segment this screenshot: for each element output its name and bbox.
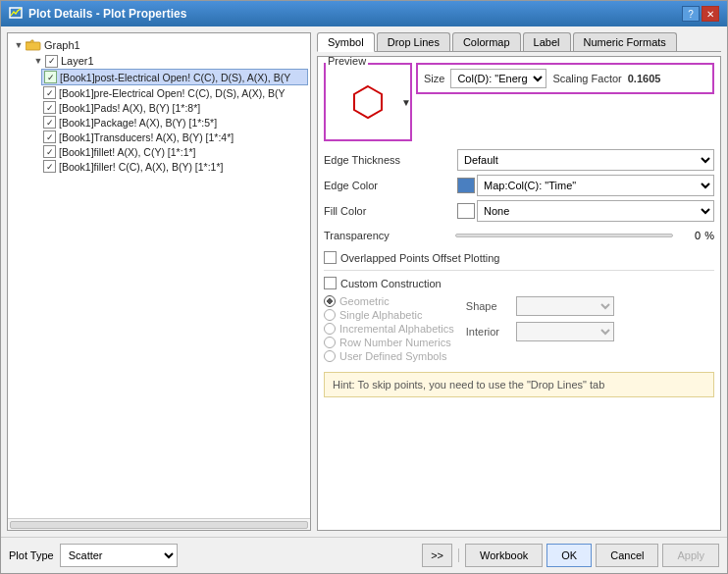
svg-rect-1 bbox=[26, 42, 40, 50]
fill-color-swatch bbox=[457, 203, 475, 219]
tree-layer1[interactable]: ▼ Layer1 bbox=[29, 53, 308, 69]
radio-label-single-alpha: Single Alphabetic bbox=[339, 309, 422, 321]
item0-label: [Book1]post-Electrical Open! C(C), D(S),… bbox=[60, 72, 290, 83]
item5-checkbox[interactable] bbox=[43, 145, 56, 158]
edge-color-label: Edge Color bbox=[324, 180, 451, 191]
layer1-checkbox[interactable] bbox=[45, 55, 58, 68]
overlap-label: Overlapped Points Offset Plotting bbox=[340, 252, 499, 264]
tab-colormap[interactable]: Colormap bbox=[452, 32, 521, 51]
help-button[interactable]: ? bbox=[682, 6, 700, 22]
radio-user-defined[interactable]: User Defined Symbols bbox=[324, 350, 454, 362]
tree-item-3[interactable]: [Book1]Package! A(X), B(Y) [1*:5*] bbox=[41, 115, 308, 130]
tree-item-6[interactable]: [Book1]filler! C(C), A(X), B(Y) [1*:1*] bbox=[41, 159, 308, 174]
title-text: Plot Details - Plot Properties bbox=[28, 7, 186, 21]
tab-content: Preview ▼ Size Col(D): "Energ bbox=[317, 56, 721, 531]
overlap-row: Overlapped Points Offset Plotting bbox=[324, 251, 714, 264]
item1-label: [Book1]pre-Electrical Open! C(C), D(S), … bbox=[59, 87, 285, 99]
tabs-row: Symbol Drop Lines Colormap Label Numeric… bbox=[317, 32, 721, 52]
shape-select[interactable] bbox=[516, 296, 614, 316]
radio-geometric[interactable]: Geometric bbox=[324, 295, 454, 307]
ok-button[interactable]: OK bbox=[546, 544, 592, 567]
folder-icon bbox=[26, 39, 41, 51]
item5-label: [Book1]fillet! A(X), C(Y) [1*:1*] bbox=[59, 146, 195, 158]
separator bbox=[458, 548, 459, 562]
item2-checkbox[interactable] bbox=[43, 101, 56, 114]
shape-label: Shape bbox=[466, 300, 510, 312]
transparency-pct: % bbox=[704, 230, 714, 241]
layer1-label: Layer1 bbox=[61, 55, 94, 67]
radio-row-number[interactable]: Row Number Numerics bbox=[324, 337, 454, 348]
radio-single-alpha[interactable]: Single Alphabetic bbox=[324, 309, 454, 321]
tree-item-2[interactable]: [Book1]Pads! A(X), B(Y) [1*:8*] bbox=[41, 100, 308, 115]
plot-type-label: Plot Type bbox=[9, 549, 54, 561]
radio-incremental-alpha[interactable]: Incremental Alphabetics bbox=[324, 323, 454, 335]
item0-checkbox[interactable] bbox=[44, 71, 57, 83]
radio-btn-geometric[interactable] bbox=[324, 295, 336, 307]
tree-item-4[interactable]: [Book1]Transducers! A(X), B(Y) [1*:4*] bbox=[41, 130, 308, 144]
tree-graph1[interactable]: ▼ Graph1 bbox=[10, 37, 308, 53]
fill-color-wrapper: None bbox=[457, 200, 714, 222]
interior-select[interactable] bbox=[516, 322, 614, 341]
radio-btn-incremental-alpha[interactable] bbox=[324, 323, 336, 335]
radio-btn-row-number[interactable] bbox=[324, 337, 336, 348]
custom-left: Custom Construction Geometric Single Alp… bbox=[324, 277, 454, 362]
plot-type-select[interactable]: Scatter bbox=[60, 544, 178, 567]
preview-box: Preview ▼ bbox=[324, 63, 412, 141]
tree-item-0[interactable]: [Book1]post-Electrical Open! C(C), D(S),… bbox=[41, 69, 308, 85]
svg-marker-2 bbox=[354, 86, 382, 118]
bottom-left: Plot Type Scatter bbox=[9, 544, 178, 567]
preview-hexagon bbox=[348, 82, 388, 122]
title-controls: ? ✕ bbox=[682, 6, 719, 22]
right-panel: Symbol Drop Lines Colormap Label Numeric… bbox=[317, 32, 721, 531]
radio-btn-single-alpha[interactable] bbox=[324, 309, 336, 321]
tree-item-5[interactable]: [Book1]fillet! A(X), C(Y) [1*:1*] bbox=[41, 144, 308, 159]
transparency-row: Transparency 0 % bbox=[324, 230, 714, 241]
fill-color-label: Fill Color bbox=[324, 205, 451, 217]
edge-thickness-label: Edge Thickness bbox=[324, 154, 451, 166]
tab-symbol[interactable]: Symbol bbox=[317, 32, 375, 52]
preview-label: Preview bbox=[326, 56, 368, 67]
size-select[interactable]: Col(D): "Energ bbox=[450, 69, 546, 88]
overlap-checkbox[interactable] bbox=[324, 251, 337, 264]
app-icon bbox=[9, 7, 23, 21]
tree-panel: ▼ Graph1 ▼ Layer1 bbox=[7, 32, 311, 531]
preview-dropdown-arrow[interactable]: ▼ bbox=[401, 97, 411, 108]
cancel-button[interactable]: Cancel bbox=[596, 544, 658, 567]
item2-label: [Book1]Pads! A(X), B(Y) [1*:8*] bbox=[59, 102, 200, 114]
main-content: ▼ Graph1 ▼ Layer1 bbox=[1, 26, 727, 537]
edge-color-select[interactable]: Map:Col(C): "Time" bbox=[477, 175, 714, 196]
radio-label-user-defined: User Defined Symbols bbox=[339, 350, 446, 362]
close-button[interactable]: ✕ bbox=[702, 6, 719, 22]
horizontal-scrollbar[interactable] bbox=[8, 518, 310, 530]
item1-checkbox[interactable] bbox=[43, 86, 56, 99]
item3-checkbox[interactable] bbox=[43, 116, 56, 129]
edge-color-swatch bbox=[457, 178, 475, 193]
bottom-right: >> Workbook OK Cancel Apply bbox=[422, 544, 719, 567]
tree-container[interactable]: ▼ Graph1 ▼ Layer1 bbox=[8, 33, 310, 518]
fill-color-select[interactable]: None bbox=[477, 200, 714, 222]
controls-grid: Edge Thickness Default Edge Color Map:Co… bbox=[324, 149, 714, 222]
expand-icon-layer: ▼ bbox=[31, 54, 45, 68]
tab-label[interactable]: Label bbox=[523, 32, 571, 51]
size-label: Size bbox=[424, 73, 444, 84]
main-window: Plot Details - Plot Properties ? ✕ ▼ Gra… bbox=[0, 0, 728, 574]
custom-construction-checkbox[interactable] bbox=[324, 277, 337, 289]
transparency-slider[interactable] bbox=[455, 234, 673, 237]
tab-numeric-formats[interactable]: Numeric Formats bbox=[573, 32, 677, 51]
item4-checkbox[interactable] bbox=[43, 130, 56, 143]
tab-drop-lines[interactable]: Drop Lines bbox=[377, 32, 450, 51]
edge-thickness-select[interactable]: Default bbox=[457, 149, 714, 171]
item3-label: [Book1]Package! A(X), B(Y) [1*:5*] bbox=[59, 117, 217, 129]
transparency-label: Transparency bbox=[324, 230, 451, 241]
radio-btn-user-defined[interactable] bbox=[324, 350, 336, 362]
nav-button[interactable]: >> bbox=[422, 544, 452, 567]
expand-icon: ▼ bbox=[12, 38, 26, 52]
workbook-button[interactable]: Workbook bbox=[465, 544, 543, 567]
h-scrollbar-track[interactable] bbox=[10, 521, 308, 529]
apply-button[interactable]: Apply bbox=[662, 544, 719, 567]
hint-box: Hint: To skip points, you need to use th… bbox=[324, 372, 714, 397]
item6-checkbox[interactable] bbox=[43, 160, 56, 173]
tree-item-1[interactable]: [Book1]pre-Electrical Open! C(C), D(S), … bbox=[41, 85, 308, 100]
item4-label: [Book1]Transducers! A(X), B(Y) [1*:4*] bbox=[59, 131, 234, 143]
interior-row: Interior bbox=[466, 322, 614, 341]
